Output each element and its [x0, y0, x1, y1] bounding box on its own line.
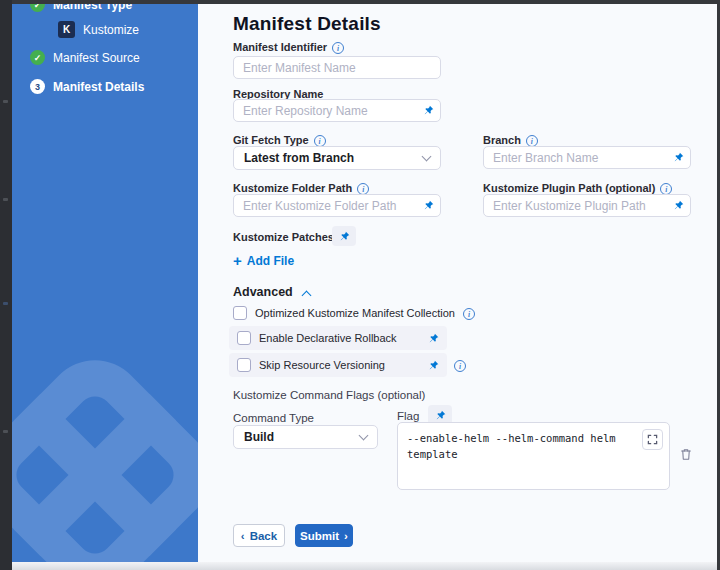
repository-name-wrap — [233, 99, 441, 122]
expand-editor-button[interactable] — [642, 429, 663, 450]
sidebar-step-manifest-source[interactable]: ✓ Manifest Source — [30, 50, 140, 65]
background-left-edge — [0, 0, 12, 570]
runtime-input-pin-icon[interactable] — [423, 200, 434, 211]
delete-flag-trash-icon[interactable] — [679, 447, 693, 462]
manifest-identifier-wrap — [233, 56, 441, 79]
step-complete-check-icon: ✓ — [30, 50, 45, 65]
step-complete-check-icon: ✓ — [30, 4, 45, 12]
branch-wrap — [483, 146, 691, 169]
chevron-right-icon: › — [344, 530, 348, 542]
command-type-select[interactable]: Build — [233, 425, 378, 449]
runtime-input-pin-icon — [435, 410, 446, 421]
flag-textarea-wrap: --enable-helm --helm-command helm templa… — [397, 422, 670, 490]
command-flags-section-label: Kustomize Command Flags (optional) — [233, 389, 425, 401]
kustomize-plugin-path-wrap — [483, 194, 691, 217]
skip-versioning-row: Skip Resource Versioning — [229, 353, 447, 377]
runtime-input-pin-icon[interactable] — [673, 200, 684, 211]
manifest-wizard-dialog: ✓ Manifest Type K Kustomize ✓ Manifest S… — [0, 0, 720, 570]
command-type-label: Command Type — [233, 412, 314, 424]
add-file-button[interactable]: + Add File — [233, 254, 294, 268]
flag-label: Flag — [397, 410, 419, 422]
repository-name-input[interactable] — [233, 99, 441, 122]
sidebar-step-label: Manifest Details — [53, 80, 144, 94]
flag-textarea[interactable]: --enable-helm --helm-command helm templa… — [397, 422, 670, 490]
kustomize-folder-path-wrap — [233, 194, 441, 217]
git-fetch-type-select[interactable]: Latest from Branch — [233, 146, 441, 170]
kustomize-plugin-path-input[interactable] — [483, 194, 691, 217]
wizard-sidebar: ✓ Manifest Type K Kustomize ✓ Manifest S… — [12, 4, 198, 562]
background-artifact — [3, 198, 8, 201]
harness-logo-watermark — [12, 350, 198, 562]
expand-icon — [647, 434, 658, 445]
git-fetch-type-label: Git Fetch Type i — [233, 134, 326, 146]
submit-button[interactable]: Submit › — [295, 524, 353, 547]
info-icon[interactable]: i — [332, 42, 344, 54]
sidebar-step-label: Manifest Type — [53, 4, 132, 12]
branch-input[interactable] — [483, 146, 691, 169]
kustomize-icon: K — [58, 21, 75, 38]
sidebar-step-manifest-details[interactable]: 3 Manifest Details — [30, 79, 144, 94]
back-button[interactable]: ‹ Back — [233, 524, 285, 547]
optimized-collection-checkbox[interactable] — [233, 306, 247, 320]
declarative-rollback-checkbox[interactable] — [237, 331, 251, 345]
manifest-identifier-input[interactable] — [233, 56, 441, 79]
kustomize-folder-path-input[interactable] — [233, 194, 441, 217]
sidebar-step-kustomize[interactable]: K Kustomize — [58, 21, 139, 38]
runtime-input-pin-icon[interactable] — [428, 333, 439, 344]
declarative-rollback-row: Enable Declarative Rollback — [229, 326, 447, 350]
background-artifact — [3, 302, 8, 305]
runtime-input-pin-icon[interactable] — [428, 360, 439, 371]
optimized-collection-row: Optimized Kustomize Manifest Collection … — [233, 306, 475, 320]
chevron-up-icon — [301, 291, 311, 301]
page-title: Manifest Details — [233, 13, 381, 35]
chevron-down-icon — [422, 152, 432, 162]
sidebar-step-manifest-type[interactable]: ✓ Manifest Type — [30, 4, 132, 12]
kustomize-folder-path-label: Kustomize Folder Path i — [233, 182, 369, 194]
branch-label: Branch i — [483, 134, 538, 146]
runtime-input-pin-icon — [339, 231, 350, 242]
info-icon[interactable]: i — [454, 360, 466, 372]
manifest-identifier-label: Manifest Identifier i — [233, 41, 344, 53]
runtime-input-pin-icon[interactable] — [423, 105, 434, 116]
sidebar-step-label: Kustomize — [83, 23, 139, 37]
chevron-left-icon: ‹ — [241, 530, 245, 542]
kustomize-plugin-path-label: Kustomize Plugin Path (optional) i — [483, 182, 672, 194]
background-artifact — [3, 100, 8, 103]
background-artifact — [3, 430, 8, 433]
background-bottom-edge — [12, 562, 717, 570]
manifest-details-panel: Manifest Details Manifest Identifier i R… — [198, 4, 717, 562]
kustomize-patches-pin-button[interactable] — [332, 226, 356, 246]
skip-versioning-checkbox[interactable] — [237, 358, 251, 372]
sidebar-step-label: Manifest Source — [53, 51, 140, 65]
step-number-badge: 3 — [30, 79, 45, 94]
plus-icon: + — [233, 255, 242, 267]
chevron-down-icon — [359, 431, 369, 441]
info-icon[interactable]: i — [463, 308, 475, 320]
advanced-section-toggle[interactable]: Advanced — [233, 285, 310, 299]
runtime-input-pin-icon[interactable] — [673, 152, 684, 163]
